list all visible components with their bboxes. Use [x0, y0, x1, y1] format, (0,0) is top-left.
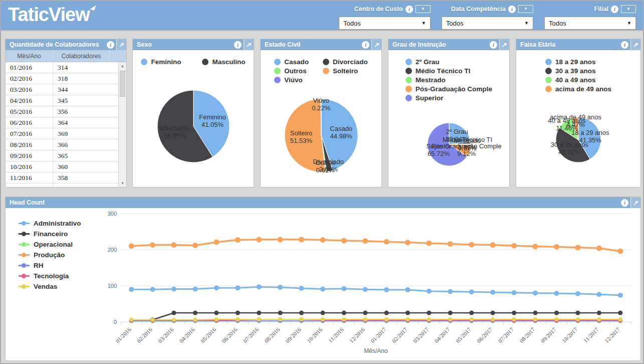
data-point[interactable] — [597, 317, 601, 321]
data-point[interactable] — [427, 311, 432, 315]
data-point[interactable] — [193, 318, 197, 322]
data-point[interactable] — [490, 242, 496, 248]
data-point[interactable] — [469, 311, 474, 315]
data-point[interactable] — [363, 317, 367, 321]
data-point[interactable] — [363, 311, 367, 315]
data-point[interactable] — [129, 243, 134, 249]
data-point[interactable] — [491, 317, 495, 321]
table-row[interactable]: 09/2016365 — [6, 150, 126, 161]
table-row[interactable]: 03/2016344 — [6, 84, 126, 95]
data-point[interactable] — [575, 291, 580, 296]
data-point[interactable] — [576, 311, 580, 315]
data-point[interactable] — [235, 237, 241, 243]
data-point[interactable] — [448, 241, 453, 247]
data-point[interactable] — [236, 311, 240, 315]
data-point[interactable] — [405, 240, 410, 245]
legend-item-Operacional[interactable]: Operacional — [19, 239, 101, 250]
data-point[interactable] — [129, 287, 134, 292]
data-point[interactable] — [341, 286, 346, 291]
data-point[interactable] — [150, 287, 155, 292]
data-point[interactable] — [555, 317, 559, 321]
data-point[interactable] — [512, 290, 517, 295]
legend-item[interactable]: 2º Grau — [405, 58, 492, 66]
info-icon[interactable]: i — [107, 41, 114, 49]
data-point[interactable] — [448, 311, 453, 315]
table-row[interactable]: 02/2016318 — [6, 73, 126, 84]
filial-select[interactable]: Todos ▼ — [544, 17, 636, 30]
data-point[interactable] — [512, 317, 516, 321]
legend-item[interactable]: Feminino — [141, 58, 181, 66]
data-competencia-select[interactable]: Todos ▼ — [442, 17, 533, 30]
table-row[interactable]: 05/2016356 — [6, 106, 126, 117]
data-point[interactable] — [257, 311, 261, 315]
legend-item[interactable]: acima de 49 anos — [545, 85, 611, 93]
table-row[interactable]: 08/2016366 — [6, 139, 126, 150]
data-point[interactable] — [150, 242, 155, 248]
data-point[interactable] — [512, 311, 516, 315]
expand-icon[interactable]: ↗ — [244, 39, 254, 50]
data-point[interactable] — [448, 289, 453, 294]
data-point[interactable] — [617, 248, 623, 254]
legend-item[interactable]: Pós-Graduação Comple — [405, 85, 492, 93]
data-point[interactable] — [278, 285, 283, 290]
legend-item[interactable]: 30 a 39 anos — [545, 67, 611, 75]
data-point[interactable] — [384, 317, 388, 321]
data-point[interactable] — [299, 237, 304, 242]
data-point[interactable] — [576, 317, 580, 321]
data-point[interactable] — [129, 318, 133, 322]
data-point[interactable] — [618, 317, 622, 321]
data-point[interactable] — [321, 317, 325, 321]
data-point[interactable] — [193, 287, 198, 292]
data-point[interactable] — [491, 311, 495, 315]
table-row[interactable]: 04/2016345 — [6, 95, 126, 106]
data-point[interactable] — [469, 289, 474, 294]
data-point[interactable] — [300, 317, 304, 321]
data-point[interactable] — [278, 237, 283, 242]
data-point[interactable] — [533, 317, 537, 321]
data-point[interactable] — [533, 311, 538, 315]
data-point[interactable] — [426, 241, 432, 246]
data-point[interactable] — [172, 311, 176, 315]
data-point[interactable] — [384, 239, 389, 245]
data-point[interactable] — [192, 243, 198, 248]
expand-icon[interactable]: ↗ — [630, 197, 640, 208]
filter-menu-button[interactable]: ▼ — [415, 5, 431, 13]
data-point[interactable] — [235, 285, 240, 290]
data-point[interactable] — [342, 317, 346, 321]
data-point[interactable] — [469, 242, 474, 247]
data-point[interactable] — [596, 292, 601, 297]
data-point[interactable] — [554, 311, 559, 315]
centro-de-custo-select[interactable]: Todos ▼ — [339, 17, 431, 30]
info-icon[interactable]: i — [621, 199, 628, 207]
data-point[interactable] — [341, 238, 347, 244]
data-point[interactable] — [597, 311, 601, 315]
data-point[interactable] — [214, 285, 219, 290]
filter-menu-button[interactable]: ▼ — [621, 5, 636, 13]
data-point[interactable] — [257, 284, 262, 289]
info-icon[interactable]: i — [611, 6, 618, 13]
data-point[interactable] — [405, 311, 410, 315]
data-point[interactable] — [193, 311, 197, 315]
data-point[interactable] — [406, 317, 410, 321]
legend-item[interactable]: Viúvo — [274, 76, 309, 84]
table-row[interactable]: 07/2016369 — [6, 128, 126, 139]
data-point[interactable] — [236, 317, 240, 321]
legend-item-Financeiro[interactable]: Financeiro — [19, 229, 101, 239]
data-point[interactable] — [427, 317, 431, 321]
data-point[interactable] — [320, 237, 326, 243]
data-point[interactable] — [213, 239, 219, 245]
expand-icon[interactable]: ↗ — [499, 39, 509, 50]
expand-icon[interactable]: ↗ — [371, 39, 381, 50]
data-point[interactable] — [278, 311, 283, 315]
table-row[interactable]: 10/2016360 — [6, 161, 126, 172]
data-point[interactable] — [449, 317, 453, 321]
legend-item-Tecnologia[interactable]: Tecnologia — [19, 271, 101, 281]
legend-item-Administrativo[interactable]: Administrativo — [19, 218, 101, 229]
data-point[interactable] — [299, 311, 304, 315]
legend-item[interactable]: 18 a 29 anos — [545, 58, 611, 66]
legend-item[interactable]: Casado — [274, 58, 309, 66]
info-icon[interactable]: i — [405, 6, 413, 13]
legend-item[interactable]: Divorciado — [323, 58, 368, 66]
legend-item[interactable]: Mestrado — [405, 76, 492, 84]
data-point[interactable] — [151, 318, 155, 322]
